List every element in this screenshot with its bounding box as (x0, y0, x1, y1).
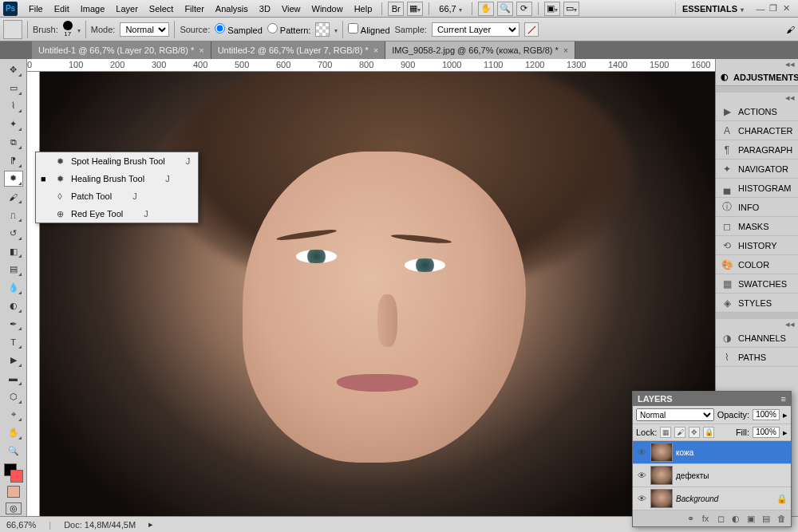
source-pattern-radio[interactable]: Pattern: (267, 23, 311, 35)
histogram-panel-tab[interactable]: ▄HISTOGRAM (716, 179, 798, 198)
flyout-patch[interactable]: ◊Patch ToolJ (36, 187, 198, 205)
lock-pixels-button[interactable]: 🖌 (674, 427, 685, 438)
status-zoom[interactable]: 66,67% (6, 520, 36, 530)
menu-window[interactable]: Window (307, 2, 348, 15)
quick-select-tool[interactable]: ✦ (4, 116, 23, 132)
collapse-panels-icon[interactable]: ◂◂ (716, 319, 798, 329)
layer-thumbnail[interactable] (650, 489, 673, 508)
menu-edit[interactable]: Edit (49, 2, 74, 15)
history-brush-tool[interactable]: ↺ (4, 225, 23, 242)
eraser-tool[interactable]: ◧ (4, 243, 23, 260)
new-layer-button[interactable]: ▤ (760, 513, 772, 524)
close-tab-icon[interactable]: × (563, 45, 568, 55)
lock-transparency-button[interactable]: ▦ (660, 427, 671, 438)
adjustment-layer-button[interactable]: ◐ (729, 513, 742, 524)
brush-picker-dropdown[interactable] (77, 25, 81, 34)
layer-thumbnail[interactable] (650, 443, 673, 462)
opacity-value[interactable]: 100% (753, 409, 780, 420)
toggle-brush-panel-button[interactable]: 🖌 (786, 25, 795, 34)
horizontal-ruler[interactable]: 0100200300400500600700800900100011001200… (27, 59, 715, 72)
info-panel-tab[interactable]: ⓘINFO (716, 198, 798, 217)
delete-layer-button[interactable]: 🗑 (775, 513, 788, 524)
quick-mask-button[interactable]: ◎ (6, 502, 22, 514)
shape-tool[interactable]: ▬ (4, 370, 23, 387)
lock-all-button[interactable]: 🔒 (703, 427, 714, 438)
dodge-tool[interactable]: ◐ (4, 298, 23, 314)
close-tab-icon[interactable]: × (199, 45, 203, 55)
zoom-tool[interactable]: 🔍 (4, 443, 23, 459)
flyout-healing-brush[interactable]: ■✹Healing Brush ToolJ (36, 170, 198, 187)
view-extras-button[interactable]: ▦ (407, 2, 423, 16)
path-select-tool[interactable]: ▶ (4, 352, 23, 368)
hand-tool-shortcut[interactable]: ✋ (478, 2, 494, 16)
launch-bridge-button[interactable]: Br (388, 2, 404, 16)
pattern-swatch[interactable] (315, 22, 330, 37)
color-swatches[interactable] (4, 463, 23, 483)
marquee-tool[interactable]: ▭ (4, 80, 23, 97)
document-tab[interactable]: Untitled-1 @ 66,7% (Layer 20, RGB/8) *× (32, 41, 211, 59)
visibility-icon[interactable]: 👁 (636, 470, 647, 481)
menu-view[interactable]: View (277, 2, 306, 15)
vertical-ruler[interactable] (27, 72, 40, 516)
menu-analysis[interactable]: Analysis (211, 2, 253, 15)
visibility-icon[interactable]: 👁 (636, 447, 647, 458)
workspace-switcher[interactable]: ESSENTIALS (675, 2, 750, 15)
color-panel-tab[interactable]: 🎨COLOR (716, 255, 798, 274)
menu-layer[interactable]: Layer (111, 2, 143, 15)
layer-name[interactable]: кожа (676, 448, 788, 457)
zoom-level[interactable]: 66,7 (434, 4, 466, 14)
ignore-adjustment-layers-button[interactable] (524, 22, 539, 37)
menu-filter[interactable]: Filter (180, 2, 208, 15)
menu-select[interactable]: Select (144, 2, 179, 15)
healing-brush-tool[interactable]: ✹ (4, 171, 23, 187)
rotate-view-shortcut[interactable]: ⟳ (516, 2, 532, 16)
window-minimize-icon[interactable]: — (755, 3, 766, 14)
fill-value[interactable]: 100% (753, 427, 780, 438)
crop-tool[interactable]: ⧉ (4, 134, 23, 151)
styles-panel-tab[interactable]: ◈STYLES (716, 294, 798, 313)
document-tab[interactable]: Untitled-2 @ 66,7% (Layer 7, RGB/8) *× (211, 41, 386, 59)
panel-menu-icon[interactable]: ≡ (781, 394, 786, 404)
blur-tool[interactable]: 💧 (4, 279, 23, 296)
collapse-panels-icon[interactable]: ◂◂ (716, 93, 798, 102)
window-close-icon[interactable]: ✕ (780, 3, 792, 14)
lasso-tool[interactable]: ⌇ (4, 98, 23, 115)
brush-tool[interactable]: 🖌 (4, 188, 23, 205)
masks-panel-tab[interactable]: ◻MASKS (716, 217, 798, 236)
tool-preset-picker[interactable] (3, 20, 22, 39)
aligned-checkbox[interactable]: Aligned (348, 23, 389, 35)
link-layers-button[interactable]: ⚭ (684, 513, 697, 524)
paragraph-panel-tab[interactable]: ¶PARAGRAPH (716, 140, 798, 160)
extra-swatch[interactable] (7, 486, 20, 498)
source-sampled-radio[interactable]: Sampled (215, 23, 262, 35)
3d-tool[interactable]: ⬡ (4, 388, 23, 405)
menu-image[interactable]: Image (76, 2, 110, 15)
collapse-panels-icon[interactable]: ◂◂ (716, 59, 798, 69)
brush-preview-icon[interactable] (63, 21, 73, 30)
sample-select[interactable]: Current Layer (432, 22, 519, 37)
3d-camera-tool[interactable]: ⌖ (4, 407, 23, 424)
flyout-red-eye[interactable]: ⊕Red Eye ToolJ (36, 205, 198, 223)
menu-3d[interactable]: 3D (255, 2, 275, 15)
flyout-spot-healing[interactable]: ✹Spot Healing Brush ToolJ (36, 152, 198, 170)
layer-row[interactable]: 👁 Background 🔒 (633, 487, 791, 510)
document-tab[interactable]: IMG_9058-2.jpg @ 66,7% (кожа, RGB/8) *× (385, 41, 575, 59)
actions-panel-tab[interactable]: ▶ACTIONS (716, 102, 798, 121)
character-panel-tab[interactable]: ACHARACTER (716, 121, 798, 140)
pen-tool[interactable]: ✒ (4, 316, 23, 333)
layer-name[interactable]: Background (676, 495, 773, 503)
layer-name[interactable]: дефекты (676, 471, 788, 480)
visibility-icon[interactable]: 👁 (636, 493, 647, 504)
adjustments-panel-tab[interactable]: ◐ADJUSTMENTS (716, 69, 798, 86)
screen-mode-button[interactable]: ▭ (563, 2, 579, 16)
layer-blend-mode-select[interactable]: Normal (636, 408, 714, 421)
layer-row[interactable]: 👁 дефекты (633, 464, 791, 487)
arrange-documents-button[interactable]: ▣ (544, 2, 560, 16)
clone-stamp-tool[interactable]: ⎍ (4, 207, 23, 223)
layer-style-button[interactable]: fx (699, 513, 712, 524)
channels-panel-tab[interactable]: ◑CHANNELS (716, 329, 798, 348)
history-panel-tab[interactable]: ⟲HISTORY (716, 236, 798, 255)
menu-file[interactable]: File (24, 2, 48, 15)
zoom-tool-shortcut[interactable]: 🔍 (497, 2, 513, 16)
document-canvas[interactable] (40, 72, 715, 516)
